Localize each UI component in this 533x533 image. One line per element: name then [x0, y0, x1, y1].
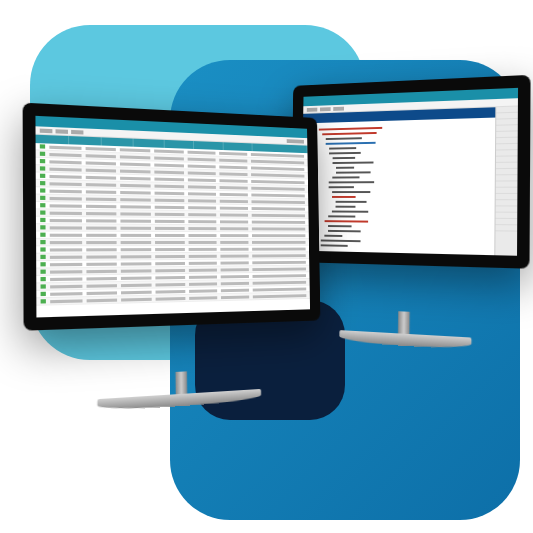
- table-body: [36, 143, 310, 306]
- toolbar-button[interactable]: [333, 106, 344, 110]
- screen-right: [301, 88, 518, 256]
- toolbar-button[interactable]: [56, 129, 68, 134]
- toolbar-button[interactable]: [320, 107, 331, 111]
- monitor-right: [290, 75, 531, 317]
- code-area: [310, 118, 495, 256]
- right-sidebar: [494, 107, 518, 256]
- toolbar-button[interactable]: [40, 128, 53, 133]
- toolbar-button[interactable]: [71, 129, 83, 134]
- screen-left: [35, 116, 310, 318]
- table-row[interactable]: [36, 232, 309, 240]
- toolbar-button[interactable]: [307, 107, 318, 111]
- toolbar-button[interactable]: [287, 139, 304, 144]
- monitor-left: [23, 103, 322, 379]
